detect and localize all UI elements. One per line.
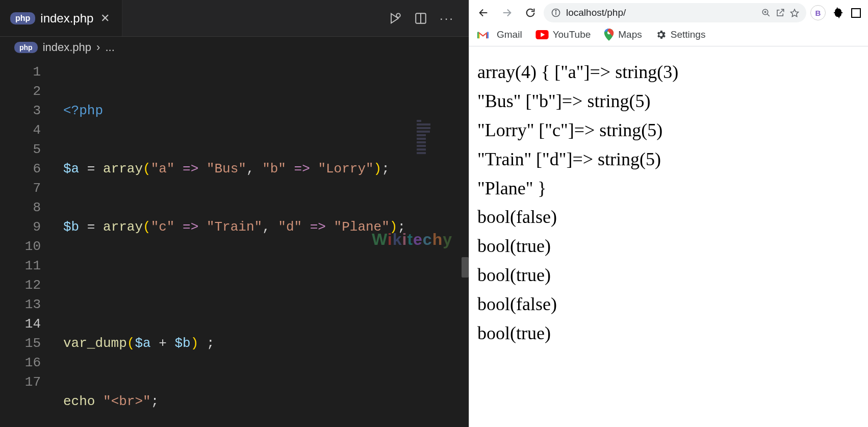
- bookmarks-bar: Gmail YouTube Maps Settings: [469, 26, 868, 46]
- star-icon[interactable]: [790, 8, 799, 17]
- svg-marker-0: [391, 13, 398, 23]
- code-area[interactable]: 1 2 3 4 5 6 7 8 9 10 11 12 13 14 15 16 1…: [0, 58, 469, 427]
- php-icon: php: [10, 12, 35, 24]
- bookmark-settings[interactable]: Settings: [655, 29, 706, 40]
- file-tab[interactable]: php index.php ✕: [0, 0, 122, 36]
- more-icon[interactable]: ···: [440, 11, 454, 26]
- reload-icon[interactable]: [520, 3, 541, 23]
- output-line: "Bus" ["b"]=> string(5): [477, 87, 860, 116]
- svg-line-10: [767, 14, 770, 16]
- browser-toolbar: localhost/php/ B: [469, 0, 868, 26]
- scrollbar-thumb[interactable]: [462, 257, 469, 278]
- output-line: array(4) { ["a"]=> string(3): [477, 58, 860, 87]
- bookmark-gmail[interactable]: Gmail: [477, 29, 522, 40]
- bookmark-youtube[interactable]: YouTube: [535, 29, 591, 40]
- php-icon: php: [14, 42, 38, 53]
- editor-tabs: php index.php ✕ ···: [0, 0, 469, 37]
- youtube-icon: [535, 30, 549, 39]
- tab-title: index.php: [40, 11, 93, 26]
- zoom-icon[interactable]: [761, 8, 771, 17]
- output-line: bool(true): [477, 232, 860, 261]
- output-line: "Train" ["d"]=> string(5): [477, 145, 860, 174]
- gmail-icon: [477, 30, 489, 39]
- share-icon[interactable]: [776, 8, 785, 17]
- forward-icon[interactable]: [497, 3, 517, 23]
- back-icon[interactable]: [473, 3, 494, 23]
- layout-icon[interactable]: [851, 8, 861, 18]
- breadcrumb[interactable]: php index.php › ...: [0, 37, 469, 58]
- page-output: array(4) { ["a"]=> string(3) "Bus" ["b"]…: [469, 46, 868, 427]
- bookmark-maps[interactable]: Maps: [604, 29, 642, 41]
- output-line: bool(true): [477, 319, 860, 348]
- svg-point-8: [555, 10, 556, 11]
- breadcrumb-file: index.php: [43, 41, 91, 54]
- profile-avatar[interactable]: B: [810, 5, 826, 20]
- line-gutter: 1 2 3 4 5 6 7 8 9 10 11 12 13 14 15 16 1…: [0, 62, 52, 392]
- code-content[interactable]: <?php $a = array("a" => "Bus", "b" => "L…: [52, 62, 405, 427]
- svg-marker-13: [791, 9, 799, 16]
- output-line: bool(true): [477, 261, 860, 290]
- breadcrumb-rest: ...: [105, 41, 114, 54]
- svg-point-1: [396, 13, 400, 17]
- extensions-icon[interactable]: [833, 7, 844, 18]
- output-line: bool(false): [477, 203, 860, 232]
- output-line: "Plane" }: [477, 174, 860, 203]
- split-editor-icon[interactable]: [414, 12, 427, 25]
- close-icon[interactable]: ✕: [98, 12, 112, 25]
- site-info-icon[interactable]: [551, 8, 561, 18]
- url-bar[interactable]: localhost/php/: [544, 3, 806, 22]
- output-line: bool(false): [477, 290, 860, 319]
- minimap[interactable]: [415, 118, 466, 159]
- chevron-right-icon: ›: [96, 41, 100, 54]
- output-line: "Lorry" ["c"]=> string(5): [477, 116, 860, 145]
- maps-icon: [604, 29, 614, 41]
- browser-window: localhost/php/ B: [469, 0, 868, 427]
- run-debug-icon[interactable]: [388, 11, 402, 26]
- watermark-text: Wikitechy: [372, 230, 452, 249]
- gear-icon: [655, 29, 667, 40]
- code-editor: php index.php ✕ ···: [0, 0, 469, 427]
- url-text: localhost/php/: [566, 7, 756, 18]
